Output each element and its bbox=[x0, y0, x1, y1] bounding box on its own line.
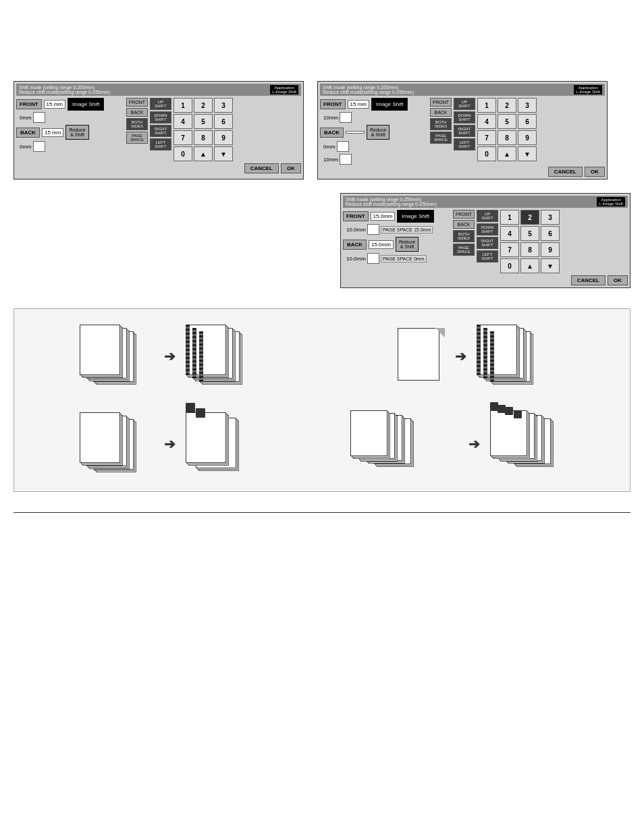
num-down-2[interactable]: ▼ bbox=[518, 146, 537, 161]
num-5-2[interactable]: 5 bbox=[498, 114, 516, 129]
numpad-1: 1 2 3 4 5 6 7 8 9 0 ▲ ▼ bbox=[173, 98, 233, 161]
right-shift-2[interactable]: RIGHTSHIFT bbox=[454, 125, 475, 137]
back-btn-2[interactable]: BACK bbox=[320, 128, 344, 138]
num-6-2[interactable]: 6 bbox=[518, 114, 537, 129]
arrow-tl: ➔ bbox=[164, 348, 176, 364]
front-shift-1[interactable]: FRONT bbox=[126, 98, 148, 107]
front-input-3[interactable] bbox=[367, 224, 379, 235]
num-8-2[interactable]: 8 bbox=[498, 130, 516, 145]
num-3-2[interactable]: 3 bbox=[518, 98, 537, 113]
num-5-1[interactable]: 5 bbox=[194, 114, 213, 129]
num-6-1[interactable]: 6 bbox=[214, 114, 233, 129]
left-shift-1[interactable]: LEFTSHIFT bbox=[150, 138, 171, 150]
footer-2: CANCEL OK bbox=[320, 167, 605, 177]
num-9-2[interactable]: 9 bbox=[518, 130, 537, 145]
back-shift-3[interactable]: BACK bbox=[453, 220, 475, 229]
result-stacks-tl bbox=[186, 325, 260, 389]
num-3-1[interactable]: 3 bbox=[214, 98, 233, 113]
image-shift-btn-1[interactable]: Image Shift bbox=[68, 98, 104, 111]
num-1-2[interactable]: 1 bbox=[477, 98, 496, 113]
left-shift-3[interactable]: LEFTSHIFT bbox=[477, 250, 498, 262]
both-shift-3[interactable]: BOTHSIDES bbox=[453, 230, 475, 242]
reduce-shift-btn-1[interactable]: Reduce & Shift bbox=[65, 125, 88, 140]
title1-p3: Shift mode (setting range 0-250mm) bbox=[346, 197, 437, 202]
down-shift-1[interactable]: DOWNSHIFT bbox=[150, 111, 171, 123]
back-shift-2[interactable]: BACK bbox=[430, 108, 452, 117]
header-text-2: Shift mode (setting range 0-250mm) Reduc… bbox=[323, 85, 414, 94]
num-2-3[interactable]: 2 bbox=[520, 210, 539, 225]
right-shift-3[interactable]: RIGHTSHIFT bbox=[477, 237, 498, 249]
left-shift-2[interactable]: LEFTSHIFT bbox=[454, 138, 475, 150]
num-4-2[interactable]: 4 bbox=[477, 114, 496, 129]
back-shift-1[interactable]: BACK bbox=[126, 108, 148, 117]
num-9-1[interactable]: 9 bbox=[214, 130, 233, 145]
back-input-1[interactable] bbox=[33, 141, 45, 152]
image-shift-btn-2[interactable]: Image Shift bbox=[371, 98, 408, 111]
front-offset-val-1: 0mm bbox=[20, 115, 32, 121]
num-5-3[interactable]: 5 bbox=[520, 226, 539, 241]
num-2-2[interactable]: 2 bbox=[498, 98, 516, 113]
source-multi-br bbox=[350, 410, 458, 478]
image-shift-btn-3[interactable]: Image Shift bbox=[397, 210, 433, 223]
num-4-3[interactable]: 4 bbox=[500, 226, 519, 241]
down-shift-3[interactable]: DOWNSHIFT bbox=[477, 223, 498, 236]
num-6-3[interactable]: 6 bbox=[541, 226, 560, 241]
num-1-1[interactable]: 1 bbox=[173, 98, 192, 113]
ok-btn-3[interactable]: OK bbox=[608, 275, 628, 285]
both-shift-2[interactable]: BOTHSIDES bbox=[430, 118, 452, 130]
both-shift-1[interactable]: BOTHSIDES bbox=[126, 118, 148, 130]
num-3-3[interactable]: 3 bbox=[541, 210, 560, 225]
num-7-3[interactable]: 7 bbox=[500, 242, 519, 257]
num-8-3[interactable]: 8 bbox=[520, 242, 539, 257]
num-0-3[interactable]: 0 bbox=[500, 258, 519, 273]
up-shift-3[interactable]: UPSHIFT bbox=[477, 210, 498, 222]
back-label-row-1: BACK 15 mm Reduce & Shift bbox=[16, 125, 124, 140]
back-label-row-3: BACK 15.0mm Reduce & Shift bbox=[343, 237, 451, 252]
title1-p1: Shift mode (setting range 0-250mm) bbox=[19, 85, 110, 90]
arrow-bl: ➔ bbox=[164, 436, 176, 452]
back-input-3[interactable] bbox=[367, 253, 379, 264]
down-shift-2[interactable]: DOWNSHIFT bbox=[454, 111, 475, 123]
front-btn-3[interactable]: FRONT bbox=[343, 211, 369, 221]
reduce-shift-btn-3[interactable]: Reduce & Shift bbox=[396, 237, 419, 252]
back-btn-3[interactable]: BACK bbox=[343, 240, 367, 250]
num-up-2[interactable]: ▲ bbox=[498, 146, 516, 161]
num-0-2[interactable]: 0 bbox=[477, 146, 496, 161]
page-shift-1[interactable]: PAGESPACE bbox=[126, 132, 148, 144]
back-btn-1[interactable]: BACK bbox=[16, 128, 40, 138]
up-shift-2[interactable]: UPSHIFT bbox=[454, 98, 475, 110]
num-0-1[interactable]: 0 bbox=[173, 146, 192, 161]
page-shift-2[interactable]: PAGESPACE bbox=[430, 132, 452, 144]
front-btn-2[interactable]: FRONT bbox=[320, 99, 346, 109]
num-2-1[interactable]: 2 bbox=[194, 98, 213, 113]
ui-panel-1: Shift mode (setting range 0-250mm) Reduc… bbox=[14, 81, 304, 179]
cancel-btn-1[interactable]: CANCEL bbox=[244, 163, 279, 173]
reduce-shift-btn-2[interactable]: Reduce & Shift bbox=[367, 125, 390, 140]
cancel-btn-2[interactable]: CANCEL bbox=[548, 167, 583, 177]
ok-btn-1[interactable]: OK bbox=[281, 163, 301, 173]
page-shift-3[interactable]: PAGESPACE bbox=[453, 244, 475, 256]
extra-input-2[interactable] bbox=[340, 154, 352, 165]
num-8-1[interactable]: 8 bbox=[194, 130, 213, 145]
front-btn-1[interactable]: FRONT bbox=[16, 99, 42, 109]
ok-btn-2[interactable]: OK bbox=[585, 167, 605, 177]
num-down-3[interactable]: ▼ bbox=[541, 258, 560, 273]
front-input-1[interactable] bbox=[33, 112, 45, 123]
front-shift-3[interactable]: FRONT bbox=[453, 210, 475, 219]
num-1-3[interactable]: 1 bbox=[500, 210, 519, 225]
num-7-1[interactable]: 7 bbox=[173, 130, 192, 145]
front-shift-2[interactable]: FRONT bbox=[430, 98, 452, 107]
back-input-2[interactable] bbox=[337, 141, 349, 152]
num-up-3[interactable]: ▲ bbox=[520, 258, 539, 273]
num-up-1[interactable]: ▲ bbox=[194, 146, 213, 161]
cancel-btn-3[interactable]: CANCEL bbox=[571, 275, 606, 285]
front-offset-val-3: 10.0mm bbox=[346, 227, 366, 233]
up-shift-1[interactable]: UPSHIFT bbox=[150, 98, 171, 110]
shift-dir-labels-2: UPSHIFT DOWNSHIFT RIGHTSHIFT LEFTSHIFT bbox=[454, 98, 475, 165]
num-down-1[interactable]: ▼ bbox=[214, 146, 233, 161]
front-input-2[interactable] bbox=[340, 112, 352, 123]
num-7-2[interactable]: 7 bbox=[477, 130, 496, 145]
num-4-1[interactable]: 4 bbox=[173, 114, 192, 129]
num-9-3[interactable]: 9 bbox=[541, 242, 560, 257]
right-shift-1[interactable]: RIGHTSHIFT bbox=[150, 125, 171, 137]
